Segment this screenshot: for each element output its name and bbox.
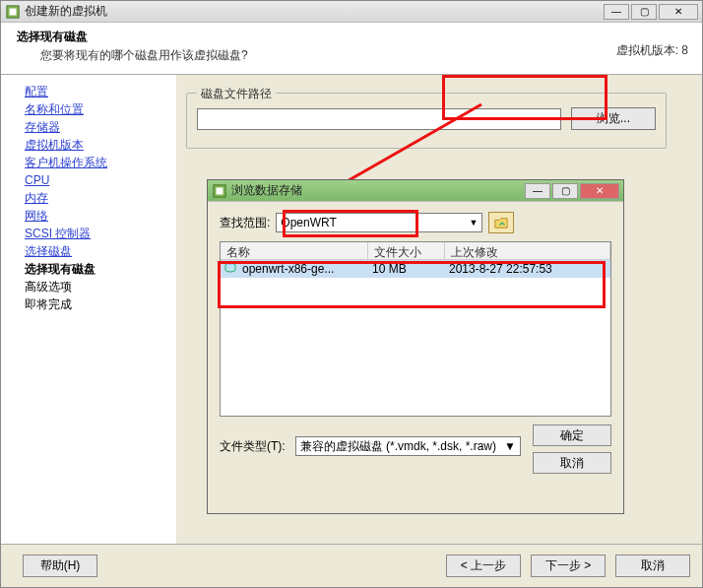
lookin-row: 查找范围: OpenWRT ▼ xyxy=(220,212,611,233)
filetype-label: 文件类型(T): xyxy=(220,438,286,455)
lookin-select[interactable]: OpenWRT ▼ xyxy=(276,213,482,232)
group-legend: 磁盘文件路径 xyxy=(197,86,276,102)
back-button[interactable]: < 上一步 xyxy=(446,555,521,577)
sidebar-item-12: 即将完成 xyxy=(25,295,176,313)
window-controls: — ▢ ✕ xyxy=(602,4,698,20)
sidebar-item-9[interactable]: 选择磁盘 xyxy=(25,242,176,260)
file-size: 10 MB xyxy=(372,262,449,276)
chevron-down-icon: ▼ xyxy=(469,218,478,228)
wizard-sidebar: 配置名称和位置存储器虚拟机版本客户机操作系统CPU内存网络SCSI 控制器选择磁… xyxy=(1,75,176,546)
browse-maximize-button[interactable]: ▢ xyxy=(552,183,578,199)
dialog-cancel-button[interactable]: 取消 xyxy=(533,452,611,474)
browse-titlebar: 浏览数据存储 — ▢ ✕ xyxy=(208,180,623,202)
file-name: openwrt-x86-ge... xyxy=(242,262,372,276)
maximize-button[interactable]: ▢ xyxy=(631,4,657,20)
lookin-value: OpenWRT xyxy=(281,216,336,229)
lookin-label: 查找范围: xyxy=(220,215,270,231)
disk-path-input[interactable] xyxy=(197,108,561,130)
wizard-title: 创建新的虚拟机 xyxy=(25,3,602,20)
cancel-button[interactable]: 取消 xyxy=(615,555,690,577)
col-name[interactable]: 名称 xyxy=(221,242,368,259)
wizard-header: 选择现有磁盘 您要将现有的哪个磁盘用作该虚拟磁盘? 虚拟机版本: 8 xyxy=(1,23,702,75)
sidebar-item-11: 高级选项 xyxy=(25,278,176,295)
chevron-down-icon: ▼ xyxy=(504,439,516,453)
browse-button[interactable]: 浏览... xyxy=(571,107,656,130)
svg-rect-1 xyxy=(10,8,17,15)
disk-file-icon xyxy=(224,262,238,277)
minimize-button[interactable]: — xyxy=(604,4,629,20)
sidebar-item-4[interactable]: 客户机操作系统 xyxy=(25,154,176,171)
filetype-select[interactable]: 兼容的虚拟磁盘 (*.vmdk, *.dsk, *.raw) ▼ xyxy=(295,436,521,456)
browse-dialog: 浏览数据存储 — ▢ ✕ 查找范围: OpenWRT ▼ 名称 文件大小 上次修… xyxy=(207,179,624,514)
folder-icon xyxy=(212,183,227,199)
sidebar-item-7[interactable]: 网络 xyxy=(25,207,176,225)
app-icon xyxy=(5,4,21,20)
file-list[interactable]: 名称 文件大小 上次修改 openwrt-x86-ge... 10 MB 201… xyxy=(220,241,611,417)
sidebar-item-6[interactable]: 内存 xyxy=(25,189,176,207)
sidebar-item-8[interactable]: SCSI 控制器 xyxy=(25,225,176,242)
sidebar-item-10: 选择现有磁盘 xyxy=(25,260,176,278)
sidebar-item-2[interactable]: 存储器 xyxy=(25,118,176,136)
help-button[interactable]: 帮助(H) xyxy=(23,555,97,577)
page-subtitle: 您要将现有的哪个磁盘用作该虚拟磁盘? xyxy=(17,47,686,64)
sidebar-item-0[interactable]: 配置 xyxy=(25,83,176,100)
browse-minimize-button[interactable]: — xyxy=(525,183,550,199)
next-button[interactable]: 下一步 > xyxy=(531,555,606,577)
filetype-value: 兼容的虚拟磁盘 (*.vmdk, *.dsk, *.raw) xyxy=(300,438,496,455)
close-button[interactable]: ✕ xyxy=(659,4,698,20)
file-modified: 2013-8-27 22:57:53 xyxy=(449,262,610,276)
ok-button[interactable]: 确定 xyxy=(533,425,611,446)
sidebar-item-5[interactable]: CPU xyxy=(25,171,176,189)
col-modified[interactable]: 上次修改 xyxy=(445,242,610,259)
vm-version-label: 虚拟机版本: 8 xyxy=(616,42,688,59)
wizard-titlebar: 创建新的虚拟机 — ▢ ✕ xyxy=(1,1,702,23)
col-size[interactable]: 文件大小 xyxy=(368,242,445,259)
sidebar-item-1[interactable]: 名称和位置 xyxy=(25,100,176,118)
disk-path-group: 磁盘文件路径 浏览... xyxy=(186,93,667,149)
file-row[interactable]: openwrt-x86-ge... 10 MB 2013-8-27 22:57:… xyxy=(221,260,610,278)
wizard-footer: 帮助(H) < 上一步 下一步 > 取消 xyxy=(1,544,702,587)
browse-title: 浏览数据存储 xyxy=(231,182,523,199)
up-folder-button[interactable] xyxy=(488,212,514,233)
browse-close-button[interactable]: ✕ xyxy=(580,183,619,199)
sidebar-item-3[interactable]: 虚拟机版本 xyxy=(25,136,176,154)
page-title: 选择现有磁盘 xyxy=(17,29,686,45)
svg-rect-5 xyxy=(217,187,224,194)
